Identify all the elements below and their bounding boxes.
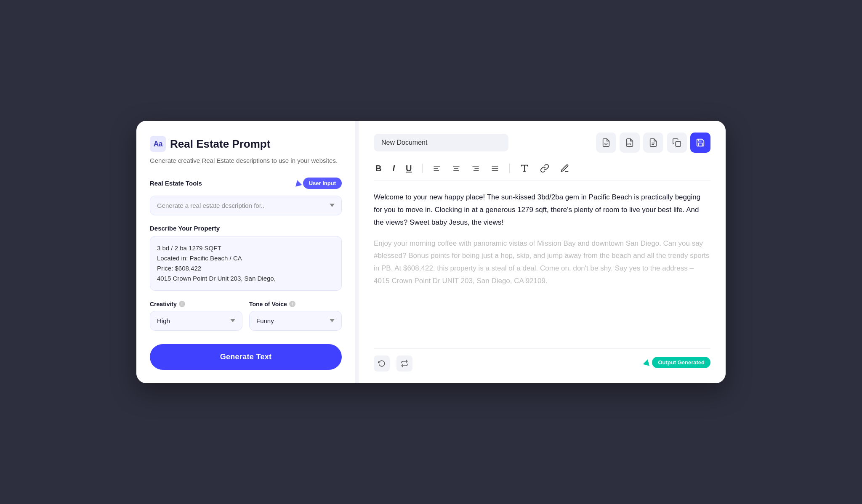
app-title: Real Estate Prompt — [170, 138, 270, 151]
justify-icon — [491, 164, 499, 172]
link-icon — [540, 164, 549, 173]
app-container: Aa Real Estate Prompt Generate creative … — [136, 121, 726, 383]
save-icon — [696, 138, 705, 147]
user-input-badge-wrap: User Input — [295, 178, 342, 189]
svg-text:DOC: DOC — [604, 144, 609, 146]
logo-row: Aa Real Estate Prompt — [150, 136, 342, 152]
paragraph-2: Enjoy your morning coffee with panoramic… — [374, 237, 710, 287]
undo-button[interactable] — [374, 355, 390, 371]
right-panel: DOC PDF — [359, 121, 726, 383]
align-left-icon — [433, 164, 441, 172]
format-toolbar: B I U — [374, 163, 710, 181]
creativity-value: High — [157, 317, 170, 324]
app-subtitle: Generate creative Real Estate descriptio… — [150, 156, 342, 166]
text-file-icon — [649, 138, 658, 147]
creativity-label: Creativity i — [150, 301, 242, 308]
tone-select[interactable]: Funny — [249, 311, 342, 331]
doc-topbar: DOC PDF — [374, 133, 710, 153]
tools-dropdown-value: Generate a real estate description for.. — [157, 202, 264, 209]
creativity-chevron-icon — [230, 319, 235, 322]
justify-button[interactable] — [489, 163, 501, 173]
tone-info-icon[interactable]: i — [289, 301, 295, 307]
copy-icon — [672, 138, 681, 147]
property-label: Describe Your Property — [150, 225, 342, 232]
divider-2 — [509, 164, 510, 173]
user-input-badge: User Input — [303, 178, 342, 189]
generate-button[interactable]: Generate Text — [150, 344, 342, 370]
options-row: Creativity i High Tone of Voice i Funny — [150, 301, 342, 331]
doc-bottombar: Output Generated — [374, 348, 710, 371]
svg-rect-4 — [676, 142, 681, 147]
save-button[interactable] — [690, 133, 710, 153]
font-size-icon — [520, 164, 529, 173]
tone-chevron-icon — [330, 319, 335, 322]
pen-button[interactable] — [559, 163, 571, 174]
creativity-select[interactable]: High — [150, 311, 242, 331]
tone-label: Tone of Voice i — [249, 301, 342, 308]
doc-content: Welcome to your new happy place! The sun… — [374, 191, 710, 340]
font-size-button[interactable] — [518, 163, 531, 174]
arrow-icon-blue — [294, 179, 302, 187]
output-badge: Output Generated — [652, 357, 710, 368]
tools-label: Real Estate Tools — [150, 180, 202, 187]
svg-text:PDF: PDF — [628, 144, 631, 146]
align-right-button[interactable] — [470, 163, 482, 173]
export-text-button[interactable] — [643, 133, 663, 153]
chevron-down-icon — [330, 204, 335, 207]
align-center-icon — [452, 164, 460, 172]
link-button[interactable] — [538, 163, 551, 174]
doc-icon: DOC — [601, 138, 611, 147]
export-doc-button[interactable]: DOC — [596, 133, 616, 153]
refresh-icon — [401, 360, 408, 367]
underline-button[interactable]: U — [404, 163, 413, 173]
property-textarea[interactable]: 3 bd / 2 ba 1279 SQFT Located in: Pacifi… — [150, 236, 342, 291]
bold-button[interactable]: B — [374, 163, 383, 173]
export-pdf-button[interactable]: PDF — [620, 133, 640, 153]
tools-dropdown[interactable]: Generate a real estate description for.. — [150, 196, 342, 215]
italic-button[interactable]: I — [391, 163, 396, 173]
refresh-button[interactable] — [396, 355, 412, 371]
align-left-button[interactable] — [431, 163, 443, 173]
creativity-info-icon[interactable]: i — [179, 301, 185, 307]
toolbar-icons: DOC PDF — [596, 133, 710, 153]
arrow-icon-teal — [643, 358, 651, 366]
divider-1 — [422, 164, 423, 173]
copy-button[interactable] — [667, 133, 687, 153]
tone-field: Tone of Voice i Funny — [249, 301, 342, 331]
paragraph-1: Welcome to your new happy place! The sun… — [374, 191, 710, 228]
pdf-icon: PDF — [625, 138, 634, 147]
creativity-field: Creativity i High — [150, 301, 242, 331]
logo-icon: Aa — [150, 136, 166, 152]
output-badge-wrap: Output Generated — [644, 357, 710, 368]
tone-value: Funny — [256, 317, 274, 324]
pen-icon — [560, 164, 569, 173]
doc-text: Welcome to your new happy place! The sun… — [374, 191, 710, 287]
user-input-row: Real Estate Tools User Input — [150, 178, 342, 189]
left-panel: Aa Real Estate Prompt Generate creative … — [136, 121, 355, 383]
undo-icon — [378, 360, 386, 367]
align-right-icon — [471, 164, 480, 172]
doc-name-input[interactable] — [374, 134, 508, 151]
align-center-button[interactable] — [450, 163, 462, 173]
